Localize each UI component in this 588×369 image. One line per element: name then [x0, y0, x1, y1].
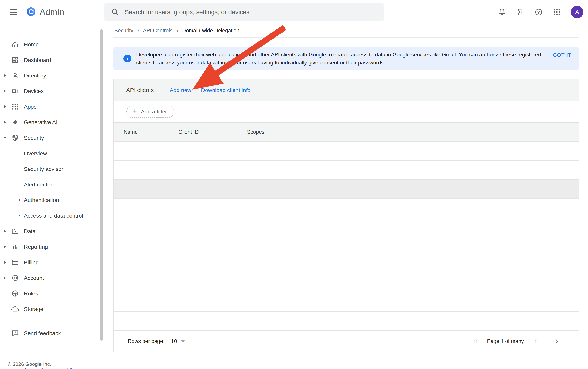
- expand-arrow-icon[interactable]: [4, 246, 6, 248]
- google-admin-console: Admin: [0, 0, 588, 369]
- table-row: [114, 311, 579, 330]
- sidebar-item-apps[interactable]: Apps: [0, 99, 104, 114]
- copyright-text: © 2026 Google Inc.: [8, 361, 51, 367]
- sidebar-item-label: Security advisor: [24, 166, 63, 172]
- breadcrumb-link-security[interactable]: Security: [114, 28, 133, 34]
- devices-icon: [11, 87, 19, 95]
- sidebar-scrollbar[interactable]: [100, 29, 103, 341]
- sidebar-item-generative-ai[interactable]: Generative AI: [0, 114, 104, 130]
- expand-arrow-icon[interactable]: [4, 105, 6, 108]
- sidebar-item-overview[interactable]: Overview: [0, 146, 104, 161]
- caret-down-icon: [181, 340, 185, 343]
- sidebar-item-reporting[interactable]: Reporting: [0, 239, 104, 255]
- sidebar-item-send-feedback[interactable]: Send feedback: [0, 325, 104, 341]
- expand-arrow-icon[interactable]: [4, 121, 6, 123]
- storage-icon: [11, 305, 19, 313]
- apps-grid-icon[interactable]: [553, 8, 561, 16]
- got-it-button[interactable]: GOT IT: [553, 52, 571, 58]
- account-icon: [11, 274, 19, 282]
- expand-arrow-icon[interactable]: [4, 277, 6, 279]
- sidebar-item-billing[interactable]: Billing: [0, 255, 104, 270]
- collapse-arrow-icon[interactable]: [3, 137, 7, 139]
- next-page-icon[interactable]: [553, 338, 560, 345]
- main-content: Security › API Controls › Domain-wide De…: [104, 24, 588, 369]
- expand-arrow-icon[interactable]: [19, 214, 20, 217]
- expand-arrow-icon[interactable]: [19, 199, 20, 201]
- menu-button[interactable]: [10, 9, 18, 15]
- footer-links[interactable]: Terms of service - Billi: [24, 367, 73, 369]
- table-header: Name Client ID Scopes: [114, 123, 579, 142]
- sidebar-item-alert-center[interactable]: Alert center: [0, 177, 104, 192]
- sidebar-item-label: Apps: [24, 103, 37, 110]
- sidebar-item-devices[interactable]: Devices: [0, 83, 104, 99]
- admin-hexagon-icon: [26, 7, 36, 18]
- sidebar-divider: [0, 320, 104, 320]
- expand-arrow-icon[interactable]: [4, 90, 6, 92]
- sidebar-item-label: Home: [24, 41, 39, 48]
- table-row: [114, 217, 579, 236]
- sidebar-item-data[interactable]: Data: [0, 223, 104, 239]
- notifications-bell-icon[interactable]: [498, 8, 506, 16]
- breadcrumb-current-page: Domain-wide Delegation: [182, 28, 239, 34]
- sidebar-item-authentication[interactable]: Authentication: [0, 192, 104, 208]
- table-row: [114, 236, 579, 255]
- sidebar-item-label: Storage: [24, 306, 43, 312]
- first-page-icon[interactable]: [473, 338, 480, 345]
- sidebar-item-label: Generative AI: [24, 119, 58, 125]
- page-indicator: Page 1 of many: [487, 338, 524, 344]
- home-icon: [11, 41, 19, 48]
- table-row: [114, 198, 579, 217]
- expand-arrow-icon[interactable]: [4, 74, 6, 77]
- table-row: [114, 142, 579, 160]
- api-clients-card: API clients Add new Download client info…: [113, 79, 579, 352]
- add-new-link[interactable]: Add new: [170, 87, 191, 93]
- app-title: Admin: [40, 7, 64, 17]
- sidebar-item-label: Authentication: [24, 197, 59, 203]
- table-row: [114, 274, 579, 293]
- sidebar-item-label: Send feedback: [24, 330, 61, 337]
- sidebar-item-label: Alert center: [24, 181, 52, 188]
- column-header-client-id[interactable]: Client ID: [178, 129, 247, 135]
- sidebar-item-label: Security: [24, 135, 44, 141]
- sidebar-item-dashboard[interactable]: Dashboard: [0, 52, 104, 68]
- sidebar-item-account[interactable]: Account: [0, 270, 104, 286]
- person-icon: [11, 72, 19, 79]
- dashboard-icon: [11, 56, 19, 64]
- sidebar-item-home[interactable]: Home: [0, 37, 104, 52]
- search-input[interactable]: [125, 9, 378, 16]
- breadcrumb-link-api-controls[interactable]: API Controls: [143, 28, 173, 34]
- search-icon: [111, 7, 119, 17]
- column-header-name[interactable]: Name: [124, 129, 178, 135]
- sidebar-item-access-and-data-control[interactable]: Access and data control: [0, 208, 104, 223]
- admin-logo[interactable]: Admin: [26, 7, 64, 18]
- sidebar-item-security-advisor[interactable]: Security advisor: [0, 161, 104, 177]
- download-client-info-link[interactable]: Download client info: [201, 87, 251, 93]
- table-row: [114, 160, 579, 179]
- search-bar[interactable]: [104, 3, 384, 21]
- add-filter-button[interactable]: Add a filter: [126, 106, 174, 118]
- rows-per-page-select[interactable]: 10: [171, 338, 185, 344]
- pagination-controls: Page 1 of many: [473, 338, 560, 345]
- sidebar-item-directory[interactable]: Directory: [0, 68, 104, 83]
- tasks-hourglass-icon[interactable]: [516, 8, 525, 16]
- sidebar-item-label: Devices: [24, 88, 44, 94]
- sidebar-item-rules[interactable]: Rules: [0, 286, 104, 301]
- shield-icon: [11, 134, 19, 142]
- column-header-scopes[interactable]: Scopes: [247, 129, 579, 135]
- billing-icon: [11, 258, 19, 266]
- sidebar-item-security[interactable]: Security: [0, 130, 104, 146]
- sidebar-item-label: Reporting: [24, 244, 48, 250]
- data-folder-icon: [11, 227, 19, 235]
- account-avatar[interactable]: A: [571, 6, 583, 18]
- sidebar-item-storage[interactable]: Storage: [0, 301, 104, 317]
- expand-arrow-icon[interactable]: [4, 230, 6, 233]
- filter-bar: Add a filter: [114, 101, 579, 123]
- topbar-actions: ? A: [498, 0, 583, 24]
- sidebar-item-label: Access and data control: [24, 213, 83, 219]
- sidebar-item-label: Rules: [24, 290, 38, 297]
- expand-arrow-icon[interactable]: [4, 261, 6, 264]
- sidebar-item-label: Directory: [24, 72, 46, 79]
- svg-text:?: ?: [537, 10, 540, 15]
- help-icon[interactable]: ?: [534, 8, 543, 16]
- previous-page-icon[interactable]: [532, 338, 539, 345]
